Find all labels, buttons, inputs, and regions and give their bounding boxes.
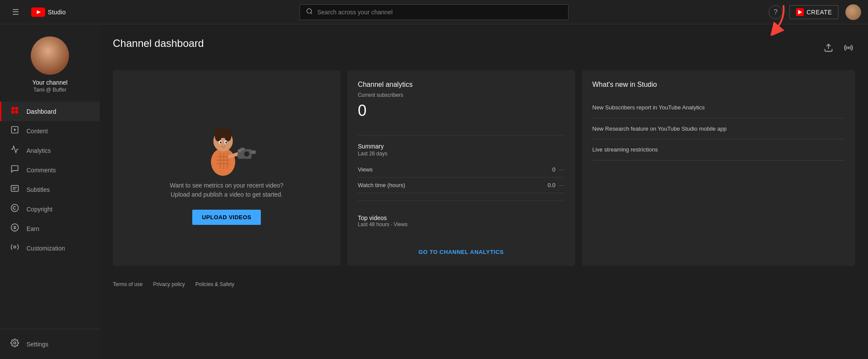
copyright-icon [10,204,20,214]
views-value: 0 — [552,166,565,173]
upload-illustration [192,112,261,181]
upload-description: Want to see metrics on your recent video… [170,181,283,199]
sidebar: Your channel Tami @ Buffer Dashboard [0,24,100,359]
watch-time-metric-row: Watch time (hours) 0.0 — [358,178,564,193]
channel-avatar[interactable] [31,36,69,75]
search-bar-container [299,4,569,20]
watch-time-value: 0.0 — [548,182,565,188]
help-button[interactable]: ? [769,5,783,19]
svg-point-14 [11,204,19,212]
search-icon [306,8,313,16]
news-item-text-2: Live streaming restrictions [592,145,845,154]
upload-text-line1: Want to see metrics on your recent video… [170,182,283,189]
analytics-card-title: Channel analytics [358,81,564,89]
upload-videos-button[interactable]: UPLOAD VIDEOS [192,210,261,225]
svg-point-37 [225,141,227,143]
sidebar-item-subtitles[interactable]: Subtitles [0,180,100,199]
views-dash: — [559,166,565,173]
whats-new-title: What's new in Studio [592,81,845,89]
youtube-studio-logo[interactable]: Studio [31,7,66,17]
analytics-label: Analytics [26,147,51,154]
top-navigation: ☰ Studio ? CREATE [0,0,868,24]
news-item-text-1: New Research feature on YouTube Studio m… [592,125,845,133]
nav-left: ☰ Studio [7,3,107,21]
svg-point-36 [220,141,222,143]
hamburger-icon: ☰ [12,7,19,17]
news-item-0[interactable]: New Subscribers report in YouTube Analyt… [592,97,845,119]
broadcast-icon-btn[interactable] [842,41,855,56]
customization-icon [10,243,20,254]
svg-marker-10 [14,128,16,132]
svg-rect-44 [238,150,241,152]
hamburger-menu-button[interactable]: ☰ [7,3,24,21]
content-icon [10,125,20,136]
page-title: Channel dashboard [113,37,204,49]
youtube-logo-icon [31,7,45,17]
sidebar-item-dashboard[interactable]: Dashboard [0,102,100,121]
watch-time-label: Watch time (hours) [358,182,405,188]
sidebar-item-earn[interactable]: Earn [0,219,100,238]
user-avatar[interactable] [845,4,861,20]
help-icon: ? [774,8,778,16]
summary-period: Last 28 days [358,151,564,157]
svg-rect-8 [15,111,18,114]
svg-rect-5 [12,107,15,110]
dashboard-grid: Want to see metrics on your recent video… [113,70,855,266]
news-item-2[interactable]: Live streaming restrictions [592,139,845,161]
create-button[interactable]: CREATE [789,5,838,19]
top-videos-section: Top videos Last 48 hours · Views [358,214,564,234]
nav-items: Dashboard Content Analytics [0,102,100,329]
sidebar-item-customization[interactable]: Customization [0,238,100,258]
content-label: Content [26,128,48,135]
channel-info: Your channel Tami @ Buffer [0,30,100,102]
sidebar-item-settings[interactable]: Settings [0,334,100,354]
divider-2 [358,200,564,201]
svg-point-33 [224,130,231,142]
footer-terms[interactable]: Terms of use [113,281,143,287]
sidebar-item-copyright[interactable]: Copyright [0,199,100,219]
svg-line-4 [311,13,312,14]
main-layout: Your channel Tami @ Buffer Dashboard [0,24,868,359]
watch-time-dash: — [559,182,565,188]
summary-label: Summary [358,143,564,150]
subscribers-label: Current subscribers [358,92,564,98]
svg-rect-6 [15,107,18,110]
svg-point-21 [848,47,849,49]
svg-rect-7 [12,111,15,114]
search-input[interactable] [317,9,562,16]
create-button-label: CREATE [806,9,832,16]
settings-label: Settings [26,341,49,348]
subtitles-icon [10,184,20,195]
sidebar-item-comments[interactable]: Comments [0,160,100,180]
svg-point-19 [14,342,16,344]
customization-label: Customization [26,245,65,252]
channel-avatar-image [31,36,69,75]
subtitles-label: Subtitles [26,186,50,193]
svg-point-32 [215,130,222,142]
views-label: Views [358,166,372,173]
go-to-analytics-button[interactable]: GO TO CHANNEL ANALYTICS [358,249,564,255]
channel-analytics-card: Channel analytics Current subscribers 0 … [347,70,575,266]
analytics-icon [10,145,20,156]
upload-icon-btn[interactable] [822,41,835,56]
search-area [107,4,761,20]
news-item-1[interactable]: New Research feature on YouTube Studio m… [592,119,845,140]
svg-point-18 [14,246,16,248]
footer-privacy[interactable]: Privacy policy [153,281,185,287]
sidebar-item-content[interactable]: Content [0,121,100,141]
svg-rect-45 [251,150,256,154]
sidebar-item-analytics[interactable]: Analytics [0,141,100,160]
copyright-label: Copyright [26,206,53,213]
settings-icon [10,339,20,349]
svg-point-43 [246,153,247,155]
comments-icon [10,165,20,175]
sidebar-footer: Settings [0,329,100,359]
avatar-image [845,4,861,20]
content-area: Channel dashboard [100,24,868,359]
dashboard-icon [10,106,20,117]
footer-policies[interactable]: Policies & Safety [195,281,234,287]
footer: Terms of use Privacy policy Policies & S… [113,274,855,291]
nav-right: ? CREATE [761,4,861,20]
studio-text: Studio [48,9,66,16]
views-metric-row: Views 0 — [358,162,564,178]
